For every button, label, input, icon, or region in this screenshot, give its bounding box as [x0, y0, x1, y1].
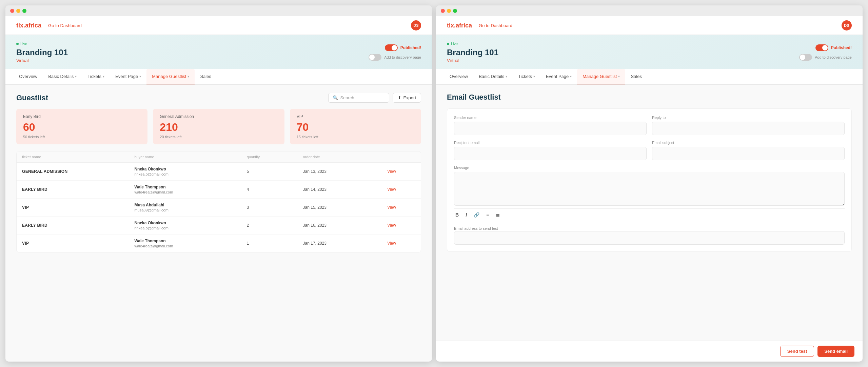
italic-button[interactable]: I: [464, 211, 468, 218]
search-icon: 🔍: [333, 95, 338, 100]
hero-left-2: Live Branding 101 Virtual: [447, 42, 498, 63]
live-dot-1: [16, 43, 19, 45]
header-left-1: tix.africa Go to Dashboard: [16, 22, 82, 29]
nav-sales-2[interactable]: Sales: [625, 69, 647, 84]
message-textarea[interactable]: [454, 172, 845, 206]
message-field: Message: [454, 166, 845, 206]
hero-2: Live Branding 101 Virtual Published! Add…: [436, 35, 863, 69]
discovery-toggle-2[interactable]: [799, 54, 812, 61]
live-dot-2: [447, 43, 449, 45]
discovery-toggle-row-2: Add to discovery page: [799, 54, 852, 61]
published-toggle-1[interactable]: [385, 44, 398, 51]
nav-basic-details-1[interactable]: Basic Details ▾: [43, 69, 82, 84]
header-1: tix.africa Go to Dashboard DS: [5, 16, 432, 35]
published-label-2: Published!: [831, 45, 852, 50]
ul-icon: ≡: [486, 212, 489, 218]
main-content-2: Email Guestlist Sender name Reply to Rec…: [436, 85, 863, 341]
recipient-email-input[interactable]: [454, 147, 647, 160]
link-icon: 🔗: [474, 212, 479, 218]
sender-name-label: Sender name: [454, 116, 647, 120]
export-button[interactable]: ⬆ Export: [393, 93, 421, 103]
send-email-button[interactable]: Send email: [817, 346, 854, 357]
avatar-2[interactable]: DS: [842, 20, 852, 30]
buyer-cell-0: Nneka Okonkwo nnkea.o@gmail.com: [134, 167, 246, 176]
email-subject-input[interactable]: [652, 147, 845, 160]
stat-cards: Early Bird 60 50 tickets left General Ad…: [16, 109, 421, 144]
chevron-basic-2: ▾: [506, 75, 507, 78]
minimize-dot-2[interactable]: [447, 9, 451, 13]
view-link-2[interactable]: View: [387, 205, 415, 210]
reply-to-field: Reply to: [652, 116, 845, 135]
chevron-tickets-1: ▾: [103, 75, 104, 78]
chevron-tickets-2: ▾: [533, 75, 535, 78]
test-email-input[interactable]: [454, 231, 845, 245]
editor-toolbar: B I 🔗 ≡ ≣: [454, 208, 845, 221]
nav-manage-guestlist-1[interactable]: Manage Guestlist ▾: [146, 69, 195, 84]
search-box[interactable]: 🔍 Search: [328, 93, 389, 103]
expand-dot-2[interactable]: [453, 9, 457, 13]
stat-card-early-bird: Early Bird 60 50 tickets left: [16, 109, 147, 144]
email-subject-label: Email subject: [652, 141, 845, 145]
go-dashboard-1[interactable]: Go to Dashboard: [48, 23, 82, 28]
published-toggle-2[interactable]: [815, 44, 828, 51]
reply-to-label: Reply to: [652, 116, 845, 120]
view-link-1[interactable]: View: [387, 187, 415, 192]
bold-button[interactable]: B: [454, 211, 460, 218]
discovery-label-2: Add to discovery page: [815, 55, 852, 59]
logo-2[interactable]: tix.africa: [447, 22, 472, 29]
view-link-4[interactable]: View: [387, 241, 415, 246]
go-dashboard-2[interactable]: Go to Dashboard: [479, 23, 512, 28]
discovery-toggle-1[interactable]: [369, 54, 381, 61]
send-test-button[interactable]: Send test: [780, 346, 814, 357]
nav-basic-details-2[interactable]: Basic Details ▾: [473, 69, 513, 84]
event-sub-2: Virtual: [447, 58, 498, 63]
hero-inner-1: Live Branding 101 Virtual Published! Add…: [16, 42, 421, 63]
nav-sales-1[interactable]: Sales: [195, 69, 217, 84]
table-row: GENERAL ADMISSION Nneka Okonkwo nnkea.o@…: [17, 163, 421, 181]
close-dot[interactable]: [10, 9, 14, 13]
published-toggle-thumb-1: [392, 45, 397, 50]
published-toggle-row-2: Published!: [815, 44, 852, 51]
recipient-email-field: Recipient email: [454, 141, 647, 160]
view-link-0[interactable]: View: [387, 169, 415, 174]
search-export-group: 🔍 Search ⬆ Export: [328, 93, 421, 103]
discovery-toggle-thumb-2: [800, 55, 805, 60]
nav-manage-guestlist-2[interactable]: Manage Guestlist ▾: [577, 69, 625, 84]
expand-dot[interactable]: [22, 9, 26, 13]
published-toggle-thumb-2: [822, 45, 828, 50]
nav-overview-1[interactable]: Overview: [14, 69, 43, 84]
published-toggle-row-1: Published!: [385, 44, 421, 51]
event-title-2: Branding 101: [447, 48, 498, 57]
table-row: VIP Wale Thompson wale4realz@gmail.com 1…: [17, 235, 421, 252]
discovery-label-1: Add to discovery page: [384, 55, 421, 59]
chevron-basic-1: ▾: [75, 75, 77, 78]
logo-1[interactable]: tix.africa: [16, 22, 41, 29]
view-link-3[interactable]: View: [387, 223, 415, 228]
nav-tickets-2[interactable]: Tickets ▾: [513, 69, 540, 84]
email-form: Sender name Reply to Recipient email Ema…: [447, 108, 852, 252]
close-dot-2[interactable]: [441, 9, 445, 13]
nav-overview-2[interactable]: Overview: [444, 69, 473, 84]
live-badge-2: Live: [447, 42, 498, 46]
export-icon: ⬆: [398, 95, 401, 100]
hero-right-2: Published! Add to discovery page: [799, 44, 852, 61]
hero-1: Live Branding 101 Virtual Published! Add…: [5, 35, 432, 69]
link-button[interactable]: 🔗: [472, 211, 481, 218]
stat-card-vip: VIP 70 15 tickets left: [290, 109, 421, 144]
unordered-list-button[interactable]: ≡: [485, 211, 490, 218]
sender-name-input[interactable]: [454, 122, 647, 135]
hero-right-1: Published! Add to discovery page: [369, 44, 421, 61]
discovery-toggle-row-1: Add to discovery page: [369, 54, 421, 61]
recipient-email-label: Recipient email: [454, 141, 647, 145]
buyer-cell-1: Wale Thompson wale4realz@gmail.com: [134, 185, 246, 194]
nav-event-page-2[interactable]: Event Page ▾: [540, 69, 577, 84]
minimize-dot[interactable]: [16, 9, 20, 13]
ordered-list-button[interactable]: ≣: [494, 211, 501, 218]
nav-tickets-1[interactable]: Tickets ▾: [82, 69, 110, 84]
nav-event-page-1[interactable]: Event Page ▾: [110, 69, 146, 84]
avatar-1[interactable]: DS: [411, 20, 421, 30]
test-email-label: Email address to send test: [454, 226, 498, 230]
reply-to-input[interactable]: [652, 122, 845, 135]
event-sub-1: Virtual: [16, 58, 68, 63]
nav-2: Overview Basic Details ▾ Tickets ▾ Event…: [436, 69, 863, 85]
